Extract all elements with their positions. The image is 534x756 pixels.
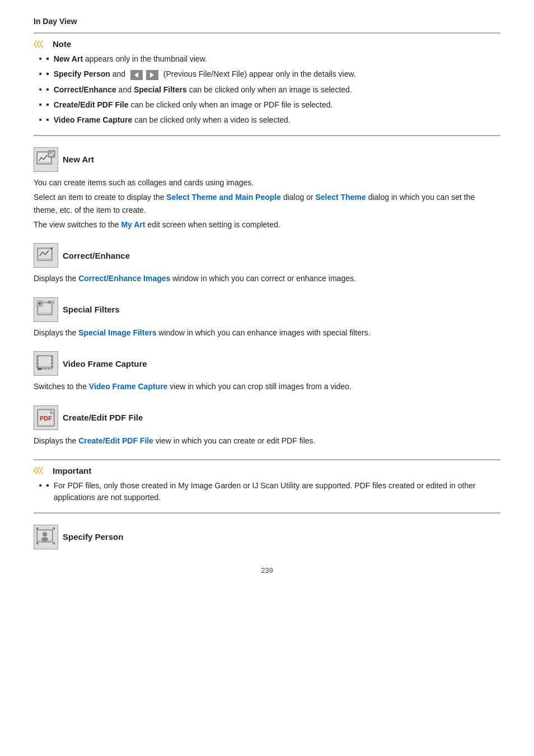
svg-marker-2: [40, 40, 43, 47]
svg-marker-42: [34, 467, 37, 474]
svg-rect-8: [48, 151, 55, 157]
svg-rect-30: [37, 366, 39, 368]
feature-special-filters-title-row: Special Filters: [34, 297, 500, 322]
note-item-4: ■ Create/Edit PDF File can be clicked on…: [39, 99, 500, 111]
svg-rect-28: [37, 359, 39, 361]
note-item-5: ■ Video Frame Capture can be clicked onl…: [39, 114, 500, 126]
next-file-button[interactable]: [146, 70, 158, 80]
note-heading-text: Note: [53, 39, 71, 49]
page-number: 239: [34, 566, 500, 575]
important-bullet: ■: [46, 482, 49, 489]
note-item-3: ■ Correct/Enhance and Special Filters ca…: [39, 84, 500, 96]
new-art-icon: [34, 147, 58, 172]
create-edit-pdf-title: Create/Edit PDF File: [63, 413, 143, 422]
special-filters-icon: [34, 297, 58, 322]
video-frame-icon: [34, 351, 58, 376]
feature-specify-person-title-row: Specify Person: [34, 525, 500, 549]
feature-correct-enhance-title-row: Correct/Enhance: [34, 243, 500, 268]
svg-rect-32: [51, 359, 53, 361]
svg-marker-43: [36, 467, 40, 474]
special-filters-desc: Displays the Special Image Filters windo…: [34, 326, 500, 339]
create-edit-pdf-file-link[interactable]: Create/Edit PDF File: [78, 436, 153, 445]
feature-new-art: New Art You can create items such as col…: [34, 147, 500, 231]
svg-marker-1: [36, 40, 40, 47]
special-image-filters-link[interactable]: Special Image Filters: [78, 328, 156, 337]
svg-rect-29: [37, 362, 39, 365]
new-art-desc: You can create items such as collages an…: [34, 176, 500, 231]
bullet-icon-5: ■: [46, 116, 49, 123]
svg-point-37: [39, 368, 41, 370]
correct-enhance-title: Correct/Enhance: [63, 251, 130, 260]
important-icon: [34, 466, 49, 475]
my-art-link[interactable]: My Art: [121, 220, 145, 229]
video-frame-capture-link[interactable]: Video Frame Capture: [89, 382, 168, 391]
video-frame-title: Video Frame Capture: [63, 359, 147, 368]
svg-rect-34: [51, 366, 53, 368]
correct-enhance-images-link[interactable]: Correct/Enhance Images: [78, 274, 170, 283]
prev-file-button[interactable]: [130, 70, 143, 80]
special-filters-title: Special Filters: [63, 305, 120, 314]
create-edit-pdf-desc: Displays the Create/Edit PDF File view i…: [34, 435, 500, 447]
note-item-1-text: New Art appears only in the thumbnail vi…: [54, 53, 207, 65]
note-icon: [34, 40, 49, 49]
feature-pdf-title-row: PDF Create/Edit PDF File: [34, 405, 500, 430]
create-edit-pdf-icon: PDF: [34, 405, 58, 430]
svg-rect-26: [38, 357, 51, 366]
svg-rect-23: [48, 301, 51, 304]
specify-person-icon: [34, 525, 58, 549]
correct-enhance-icon: [34, 243, 58, 268]
new-art-title: New Art: [63, 155, 94, 164]
note-box: Note ■ New Art appears only in the thumb…: [34, 32, 500, 136]
feature-video-frame-title-row: Video Frame Capture: [34, 351, 500, 376]
bullet-icon-3: ■: [46, 86, 49, 93]
svg-rect-24: [51, 301, 54, 304]
important-title: Important: [34, 466, 500, 475]
svg-point-48: [41, 537, 48, 542]
bullet-icon-4: ■: [46, 101, 49, 108]
note-item-2-text: Specify Person and (Previous File/Next F…: [54, 68, 356, 81]
section-header: In Day View: [34, 17, 500, 26]
note-item-3-text: Correct/Enhance and Special Filters can …: [54, 84, 352, 96]
svg-point-47: [43, 532, 47, 536]
svg-rect-33: [51, 362, 53, 365]
svg-rect-27: [37, 356, 39, 358]
svg-marker-44: [40, 467, 43, 474]
correct-enhance-desc: Displays the Correct/Enhance Images wind…: [34, 272, 500, 284]
svg-marker-0: [34, 40, 37, 47]
note-item-4-text: Create/Edit PDF File can be clicked only…: [54, 99, 333, 111]
video-frame-desc: Switches to the Video Frame Capture view…: [34, 380, 500, 393]
note-item-1: ■ New Art appears only in the thumbnail …: [39, 53, 500, 65]
svg-rect-31: [51, 356, 53, 358]
note-title: Note: [34, 39, 500, 49]
feature-create-edit-pdf: PDF Create/Edit PDF File Displays the Cr…: [34, 405, 500, 447]
specify-person-title: Specify Person: [63, 532, 123, 542]
feature-special-filters: Special Filters Displays the Special Ima…: [34, 297, 500, 339]
note-item-2: ■ Specify Person and (Previous File/Next…: [39, 68, 500, 81]
important-box: Important ■ For PDF files, only those cr…: [34, 459, 500, 514]
nav-buttons-inline: [130, 69, 159, 81]
select-theme-main-people-link[interactable]: Select Theme and Main People: [166, 193, 281, 202]
important-list: ■ For PDF files, only those created in M…: [34, 480, 500, 503]
important-item-1-text: For PDF files, only those created in My …: [54, 480, 500, 503]
note-list: ■ New Art appears only in the thumbnail …: [34, 53, 500, 126]
feature-correct-enhance: Correct/Enhance Displays the Correct/Enh…: [34, 243, 500, 284]
important-item-1: ■ For PDF files, only those created in M…: [39, 480, 500, 503]
important-heading-text: Important: [53, 466, 91, 475]
feature-new-art-title-row: New Art: [34, 147, 500, 172]
svg-text:PDF: PDF: [40, 415, 52, 422]
feature-video-frame: Video Frame Capture Switches to the Vide…: [34, 351, 500, 393]
bullet-icon-2: ■: [46, 71, 49, 77]
bullet-icon: ■: [46, 55, 49, 62]
feature-specify-person: Specify Person: [34, 525, 500, 549]
select-theme-link[interactable]: Select Theme: [315, 193, 366, 202]
note-item-5-text: Video Frame Capture can be clicked only …: [54, 114, 291, 126]
